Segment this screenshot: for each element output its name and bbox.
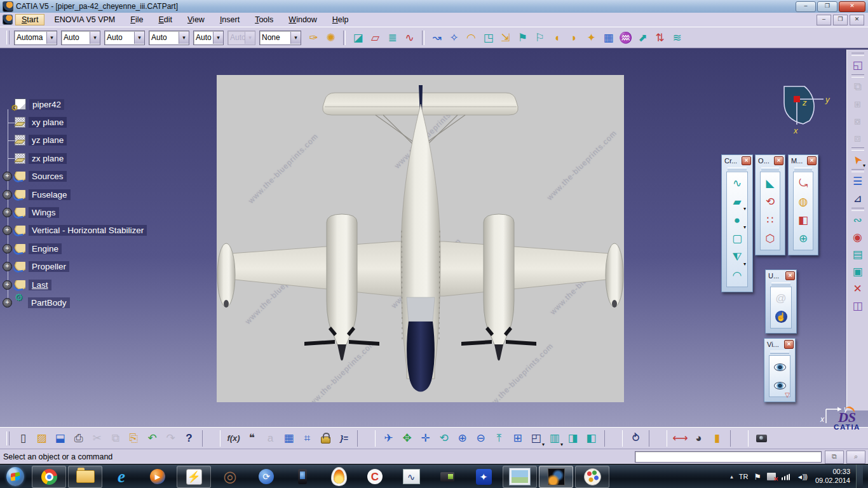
- menu-view[interactable]: View: [182, 14, 210, 25]
- close-icon[interactable]: ✕: [784, 340, 794, 349]
- design-table-icon[interactable]: ▦: [280, 430, 297, 447]
- tree-item-fuselage[interactable]: + Fuselage: [1, 186, 147, 203]
- new-icon[interactable]: ▯: [15, 430, 32, 447]
- sweep-offset-icon[interactable]: ⚐: [532, 30, 548, 46]
- revolve-surface-icon[interactable]: ⟲: [761, 193, 779, 211]
- fly-mode-icon[interactable]: ✈: [380, 430, 397, 447]
- tree-item-partbody[interactable]: + PartBody: [1, 294, 147, 311]
- expand-icon[interactable]: +: [3, 280, 12, 290]
- panel-measure[interactable]: M... ✕ ⤿◍◧⊕: [788, 154, 818, 255]
- fill-surface-icon[interactable]: ✦: [583, 30, 599, 46]
- hide-show-icon[interactable]: ◨: [564, 430, 581, 447]
- toolbar-grip[interactable]: [6, 30, 10, 44]
- fountain-surface-icon[interactable]: ♒: [618, 30, 634, 46]
- show-hidden-icons[interactable]: ▴: [730, 473, 733, 480]
- fit-all-icon[interactable]: ✥: [398, 430, 416, 447]
- paste-icon[interactable]: ⎘: [125, 430, 142, 447]
- delete-face-icon[interactable]: ✕: [850, 281, 865, 297]
- undo-icon[interactable]: ↶: [144, 430, 161, 447]
- expand-icon[interactable]: +: [3, 298, 12, 308]
- turntable-icon[interactable]: ⥁: [627, 430, 644, 447]
- tree-item-vertical-horizontal-stabilizer[interactable]: + Vertical - Horizontal Stabilizer: [1, 222, 147, 240]
- eye-icon[interactable]: [771, 358, 789, 376]
- menu-edit[interactable]: Edit: [153, 14, 178, 25]
- close-icon[interactable]: ✕: [807, 156, 817, 165]
- boundary-icon[interactable]: ▣: [850, 264, 865, 280]
- structure-icon[interactable]: ⌗: [299, 430, 316, 447]
- show-desktop-button[interactable]: [856, 464, 863, 488]
- formula-icon[interactable]: f(x): [225, 430, 242, 447]
- shell-right-icon[interactable]: ◗: [566, 30, 582, 46]
- patch-icon[interactable]: ▰: [728, 193, 746, 211]
- swap-visible-space-icon[interactable]: ◧: [583, 430, 600, 447]
- curve-icon[interactable]: ∿: [728, 174, 746, 193]
- tree-item-last[interactable]: + Last: [1, 276, 147, 294]
- capture-icon[interactable]: [753, 430, 770, 447]
- menu-insert[interactable]: Insert: [214, 14, 245, 25]
- tree-item-propeller[interactable]: + Propeller: [1, 258, 147, 276]
- net-surface-icon[interactable]: ▦: [600, 30, 616, 46]
- menu-help[interactable]: Help: [327, 14, 355, 25]
- pan-icon[interactable]: ✛: [417, 430, 434, 447]
- mdi-minimize-button[interactable]: –: [817, 15, 831, 25]
- taskbar-catia[interactable]: [539, 466, 573, 488]
- taskbar-blue-player[interactable]: ⟳: [249, 466, 283, 488]
- graphic-properties-combo-3[interactable]: Auto: [104, 30, 145, 45]
- graphic-properties-combo-5[interactable]: Auto: [193, 30, 224, 45]
- taskbar-winamp[interactable]: ⚡: [177, 466, 211, 488]
- doc-search-button[interactable]: ⌕: [846, 451, 865, 464]
- action-center-icon[interactable]: ⚑: [754, 472, 761, 482]
- eye-cone-icon[interactable]: [771, 376, 789, 395]
- control-grid-icon[interactable]: ▢: [728, 229, 746, 248]
- graphic-properties-combo-4[interactable]: Auto: [149, 30, 189, 45]
- taskbar-phone-suite[interactable]: [285, 466, 320, 488]
- zoom-out-icon[interactable]: ⊖: [472, 430, 489, 447]
- close-button[interactable]: ✕: [839, 1, 865, 12]
- shell-left-icon[interactable]: ◖: [549, 30, 565, 46]
- selection-sets-icon[interactable]: ☰: [850, 173, 865, 189]
- render-style-icon[interactable]: ▥: [546, 430, 563, 447]
- aircraft-top-view[interactable]: [217, 75, 624, 402]
- curvature-analysis-icon[interactable]: ⤿: [794, 174, 812, 193]
- menu-tools[interactable]: Tools: [249, 14, 279, 25]
- save-icon[interactable]: ⬓: [51, 430, 69, 447]
- taskbar-photo-viewer[interactable]: [503, 466, 537, 488]
- axis-sweep-icon[interactable]: ⇲: [498, 30, 513, 46]
- panel-grip[interactable]: [728, 167, 747, 170]
- menu-enovia-v5-vpm[interactable]: ENOVIA V5 VPM: [48, 14, 121, 25]
- control-points-icon[interactable]: ✧: [446, 30, 462, 46]
- rotate-icon[interactable]: ⟲: [435, 430, 452, 447]
- expand-icon[interactable]: +: [3, 262, 12, 271]
- extend-surface-icon[interactable]: ◣: [761, 174, 779, 193]
- stacked-surfaces-icon[interactable]: ≋: [669, 30, 685, 46]
- comment-icon[interactable]: ❝: [243, 430, 261, 447]
- power-input[interactable]: [635, 451, 822, 463]
- panel-grip[interactable]: [794, 167, 812, 170]
- tree-item-piper42[interactable]: + piper42: [1, 95, 147, 113]
- close-icon[interactable]: ✕: [742, 156, 751, 165]
- extrapolate-icon[interactable]: ⬈: [635, 30, 651, 46]
- expand-icon[interactable]: +: [3, 190, 12, 200]
- normal-view-icon[interactable]: ⤒: [491, 430, 508, 447]
- menu-file[interactable]: File: [125, 14, 149, 25]
- wireframe-sphere-icon[interactable]: ⬡: [761, 229, 779, 248]
- add-sphere-icon[interactable]: ⊕: [794, 229, 812, 248]
- pointer-hand-icon[interactable]: ☝: [772, 308, 790, 326]
- close-icon[interactable]: ✕: [774, 156, 783, 165]
- panel-operations[interactable]: O... ✕ ◣⟲∷⬡: [755, 154, 785, 255]
- inertia-icon[interactable]: ▮: [709, 430, 726, 447]
- dome-surface-icon[interactable]: ◠: [463, 30, 479, 46]
- axis-system-icon[interactable]: ⊿: [850, 191, 865, 207]
- measure-sphere-icon[interactable]: ◍: [794, 193, 812, 211]
- panel-grip[interactable]: [770, 351, 789, 354]
- taskbar-disc-burner[interactable]: ◎: [213, 466, 247, 488]
- layer-combo[interactable]: None: [259, 30, 301, 45]
- painter-icon[interactable]: ✑: [306, 30, 322, 46]
- iso-cube-icon[interactable]: ◫: [850, 298, 865, 314]
- planar-sections-icon[interactable]: ≣: [384, 30, 400, 46]
- spline-icon[interactable]: ↝: [429, 30, 445, 46]
- curve-analysis-icon[interactable]: ∿: [402, 30, 417, 46]
- sphere-icon[interactable]: ●: [728, 211, 746, 229]
- expand-icon[interactable]: +: [3, 172, 12, 181]
- taskbar-chrome[interactable]: [32, 466, 66, 488]
